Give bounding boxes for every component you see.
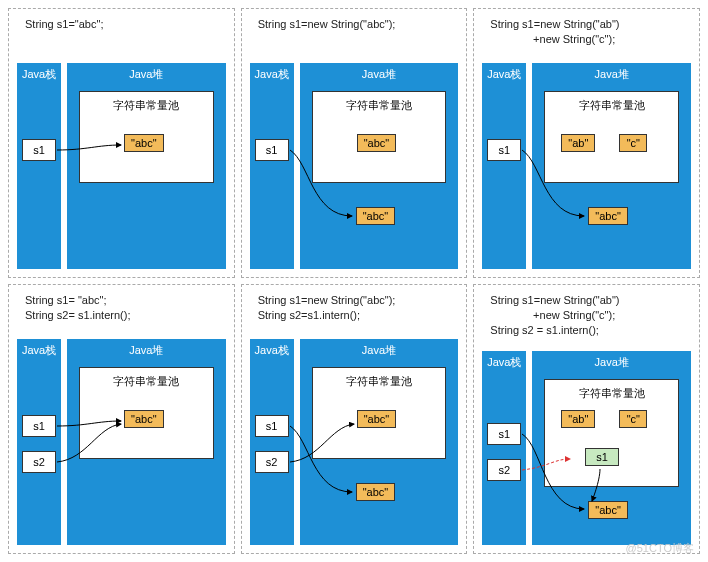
panel-4: String s1= "abc"; String s2= s1.intern()… xyxy=(8,284,235,554)
string-abc-heap: "abc" xyxy=(356,483,396,501)
stack-var-s1: s1 xyxy=(22,139,56,161)
pool-ref-s1: s1 xyxy=(585,448,619,466)
string-abc-heap: "abc" xyxy=(588,501,628,519)
string-pool: 字符串常量池 "ab" "c" xyxy=(544,91,679,183)
string-ab-pool: "ab" xyxy=(561,134,595,152)
code-snippet: String s1="abc"; xyxy=(25,17,226,32)
stack-title: Java栈 xyxy=(250,63,294,82)
string-pool: 字符串常量池 "abc" xyxy=(79,91,214,183)
java-stack: Java栈 s1 xyxy=(482,63,526,269)
heap-title: Java堆 xyxy=(67,339,226,358)
stack-title: Java栈 xyxy=(482,63,526,82)
stack-var-s1: s1 xyxy=(487,139,521,161)
pool-title: 字符串常量池 xyxy=(313,98,446,113)
java-heap: Java堆 字符串常量池 "ab" "c" s1 "abc" xyxy=(532,351,691,545)
java-stack: Java栈 s1 xyxy=(17,63,61,269)
stack-title: Java栈 xyxy=(17,63,61,82)
java-heap: Java堆 字符串常量池 "abc" xyxy=(67,339,226,545)
code-snippet: String s1=new String("abc"); String s2=s… xyxy=(258,293,459,323)
heap-title: Java堆 xyxy=(300,63,459,82)
panel-6: String s1=new String("ab") +new String("… xyxy=(473,284,700,554)
stack-var-s1: s1 xyxy=(22,415,56,437)
code-snippet: String s1= "abc"; String s2= s1.intern()… xyxy=(25,293,226,323)
diagram-grid: String s1="abc"; Java栈 s1 Java堆 字符串常量池 "… xyxy=(8,8,700,554)
pool-title: 字符串常量池 xyxy=(545,98,678,113)
code-snippet: String s1=new String("ab") +new String("… xyxy=(490,293,691,338)
string-pool: 字符串常量池 "abc" xyxy=(312,91,447,183)
stack-var-s1: s1 xyxy=(487,423,521,445)
string-abc-pool: "abc" xyxy=(357,410,397,428)
string-abc: "abc" xyxy=(124,134,164,152)
string-abc-pool: "abc" xyxy=(124,410,164,428)
pool-title: 字符串常量池 xyxy=(80,374,213,389)
memory-zone: Java栈 s1 Java堆 字符串常量池 "abc" "abc" xyxy=(250,63,459,269)
string-abc-heap: "abc" xyxy=(356,207,396,225)
panel-3: String s1=new String("ab") +new String("… xyxy=(473,8,700,278)
stack-var-s1: s1 xyxy=(255,415,289,437)
stack-title: Java栈 xyxy=(17,339,61,358)
memory-zone: Java栈 s1 Java堆 字符串常量池 "ab" "c" "abc" xyxy=(482,63,691,269)
memory-zone: Java栈 s1 s2 Java堆 字符串常量池 "abc" xyxy=(17,339,226,545)
java-heap: Java堆 字符串常量池 "abc" "abc" xyxy=(300,339,459,545)
stack-title: Java栈 xyxy=(250,339,294,358)
code-snippet: String s1=new String("ab") +new String("… xyxy=(490,17,691,47)
string-abc-pool: "abc" xyxy=(357,134,397,152)
string-pool: 字符串常量池 "abc" xyxy=(312,367,447,459)
watermark: @51CTO博客 xyxy=(626,541,694,556)
heap-title: Java堆 xyxy=(532,63,691,82)
pool-title: 字符串常量池 xyxy=(80,98,213,113)
stack-var-s2: s2 xyxy=(487,459,521,481)
string-c-pool: "c" xyxy=(619,410,647,428)
java-heap: Java堆 字符串常量池 "abc" xyxy=(67,63,226,269)
heap-title: Java堆 xyxy=(300,339,459,358)
java-stack: Java栈 s1 s2 xyxy=(250,339,294,545)
java-stack: Java栈 s1 s2 xyxy=(482,351,526,545)
string-c-pool: "c" xyxy=(619,134,647,152)
java-stack: Java栈 s1 s2 xyxy=(17,339,61,545)
pool-title: 字符串常量池 xyxy=(545,386,678,401)
java-stack: Java栈 s1 xyxy=(250,63,294,269)
stack-title: Java栈 xyxy=(482,351,526,370)
code-snippet: String s1=new String("abc"); xyxy=(258,17,459,32)
heap-title: Java堆 xyxy=(67,63,226,82)
string-ab-pool: "ab" xyxy=(561,410,595,428)
java-heap: Java堆 字符串常量池 "abc" "abc" xyxy=(300,63,459,269)
memory-zone: Java栈 s1 s2 Java堆 字符串常量池 "abc" "abc" xyxy=(250,339,459,545)
string-pool: 字符串常量池 "ab" "c" s1 xyxy=(544,379,679,487)
string-abc-heap: "abc" xyxy=(588,207,628,225)
heap-title: Java堆 xyxy=(532,351,691,370)
panel-1: String s1="abc"; Java栈 s1 Java堆 字符串常量池 "… xyxy=(8,8,235,278)
memory-zone: Java栈 s1 Java堆 字符串常量池 "abc" xyxy=(17,63,226,269)
stack-var-s2: s2 xyxy=(22,451,56,473)
memory-zone: Java栈 s1 s2 Java堆 字符串常量池 "ab" "c" s1 "ab… xyxy=(482,351,691,545)
stack-var-s2: s2 xyxy=(255,451,289,473)
stack-var-s1: s1 xyxy=(255,139,289,161)
panel-5: String s1=new String("abc"); String s2=s… xyxy=(241,284,468,554)
pool-title: 字符串常量池 xyxy=(313,374,446,389)
java-heap: Java堆 字符串常量池 "ab" "c" "abc" xyxy=(532,63,691,269)
panel-2: String s1=new String("abc"); Java栈 s1 Ja… xyxy=(241,8,468,278)
string-pool: 字符串常量池 "abc" xyxy=(79,367,214,459)
